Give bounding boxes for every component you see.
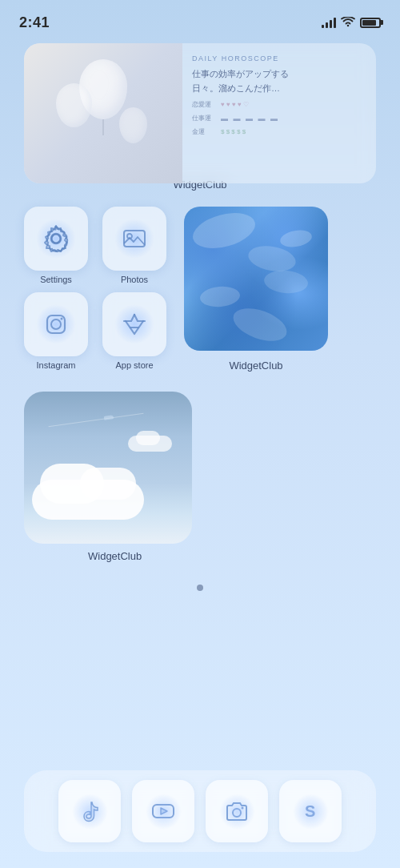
settings-icon <box>42 224 70 253</box>
wifi-icon <box>341 17 355 28</box>
page-indicator <box>24 578 376 597</box>
youtube-icon-bg[interactable] <box>132 780 194 842</box>
horoscope-image <box>24 43 182 183</box>
horoscope-content: DAILY HOROSCOPE 仕事の効率がアップする 日々。溜めこんだ作… 恋… <box>182 43 376 183</box>
status-icons <box>322 17 381 28</box>
instagram-label: Instagram <box>37 360 76 370</box>
dock: S <box>24 770 376 852</box>
water-widget-container: WidgetClub <box>184 207 328 372</box>
battery-icon <box>360 18 381 28</box>
svg-point-5 <box>51 319 61 329</box>
instagram-icon-bg[interactable] <box>24 292 88 356</box>
app-row-1: Settings Photos <box>24 207 166 284</box>
app-store-label: App store <box>115 360 153 370</box>
youtube-dock-item[interactable] <box>132 780 194 842</box>
app-store-icon-bg[interactable] <box>102 292 166 356</box>
svg-point-1 <box>52 235 61 243</box>
safari-dock-item[interactable]: S <box>279 780 342 842</box>
status-bar: 2:41 <box>0 0 400 35</box>
svg-rect-2 <box>124 231 145 247</box>
work-row: 仕事運 ▬ ▬ ▬ ▬ ▬ <box>192 114 366 123</box>
water-widget-label: WidgetClub <box>229 360 282 372</box>
svg-point-6 <box>61 318 63 320</box>
settings-icon-bg[interactable] <box>24 207 88 271</box>
photos-label: Photos <box>121 275 148 284</box>
safari-icon-bg[interactable]: S <box>279 780 342 842</box>
tiktok-icon-bg[interactable] <box>58 780 121 842</box>
app-store-icon <box>120 310 149 339</box>
instagram-app[interactable]: Instagram <box>24 292 88 370</box>
sky-widget-label: WidgetClub <box>88 550 142 562</box>
horoscope-text: 仕事の効率がアップする 日々。溜めこんだ作… <box>192 67 366 95</box>
main-content: DAILY HOROSCOPE 仕事の効率がアップする 日々。溜めこんだ作… 恋… <box>0 35 400 605</box>
photos-icon-bg[interactable] <box>102 207 166 271</box>
app-row-2: Instagram App store <box>24 292 166 370</box>
love-row: 恋愛運 ♥ ♥ ♥ ♥ ♡ <box>192 100 366 109</box>
camera-icon-bg[interactable] <box>206 780 268 842</box>
app-store-app[interactable]: App store <box>102 292 166 370</box>
app-grid-left: Settings Photos <box>24 207 166 370</box>
settings-label: Settings <box>40 275 72 284</box>
horoscope-widget[interactable]: DAILY HOROSCOPE 仕事の効率がアップする 日々。溜めこんだ作… 恋… <box>24 43 376 183</box>
horoscope-title: DAILY HOROSCOPE <box>192 54 366 62</box>
app-widget-row-1: Settings Photos <box>24 207 376 372</box>
instagram-icon <box>42 310 70 339</box>
camera-dock-item[interactable] <box>206 780 268 842</box>
page-dot-1 <box>197 585 203 591</box>
status-time: 2:41 <box>19 14 50 31</box>
water-widget[interactable] <box>184 207 328 351</box>
sky-widget[interactable] <box>24 392 192 544</box>
photos-icon <box>120 224 149 253</box>
settings-app[interactable]: Settings <box>24 207 88 284</box>
sky-widget-section: WidgetClub <box>24 392 376 562</box>
money-row: 金運 $ $ $ $ $ <box>192 127 366 136</box>
signal-icon <box>322 17 336 28</box>
photos-app[interactable]: Photos <box>102 207 166 284</box>
tiktok-dock-item[interactable] <box>58 780 121 842</box>
